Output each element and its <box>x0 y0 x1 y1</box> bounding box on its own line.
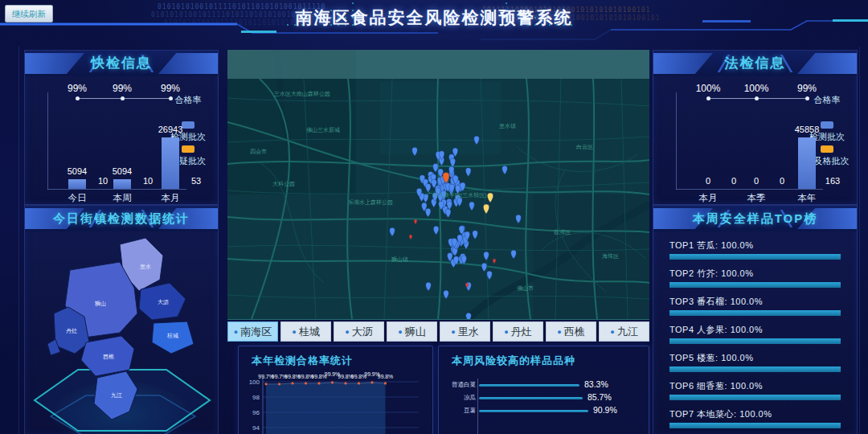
quick-panel-title: 快检信息 <box>25 51 218 76</box>
batch-value: 5094 <box>55 166 99 176</box>
tab-丹灶[interactable]: ●丹灶 <box>493 321 543 342</box>
region-label: 里水 <box>140 264 151 269</box>
law-inspection-panel: 法检信息 合格率 检测批次 不及格批次 100%00本月100%00本季99%4… <box>653 50 858 205</box>
svg-text:96: 96 <box>252 409 260 416</box>
nanhai-district-map: 里水狮山大沥桂城丹灶西樵九江 <box>43 238 200 428</box>
region-label: 西樵 <box>103 354 114 360</box>
map-place-label: 大科公园 <box>272 180 295 188</box>
top-item: TOP5 楼葱: 100.0% <box>669 352 841 372</box>
tab-label: 桂城 <box>299 325 320 339</box>
top-item-label: TOP2 竹芥: 100.0% <box>669 268 841 280</box>
tab-南海区[interactable]: ●南海区 <box>227 321 278 342</box>
page-title: 南海区食品安全风险检测预警系统 <box>296 6 573 29</box>
tab-桂城[interactable]: ●桂城 <box>280 321 331 342</box>
continue-refresh-button[interactable]: 继续刷新 <box>5 5 53 23</box>
tab-dot-icon: ● <box>345 328 349 336</box>
suspect-value: 53 <box>182 176 211 186</box>
category-label: 本季 <box>735 192 778 204</box>
panel-header: 今日街镇检测数据统计 <box>25 206 218 231</box>
batch-bar <box>162 137 179 189</box>
tab-dot-icon: ● <box>557 328 561 336</box>
top-item-label: TOP1 苦瓜: 100.0% <box>669 240 841 252</box>
top-item-bar <box>669 338 841 344</box>
map-place-label: 四会市 <box>250 148 267 156</box>
town-map-body: 里水狮山大沥桂城丹灶西樵九江 <box>25 231 218 434</box>
tab-dot-icon: ● <box>234 328 238 336</box>
tab-西樵[interactable]: ●西樵 <box>546 321 596 342</box>
quick-chart-body: 合格率 检测批次 可疑批次 99%509410今日99%509410本周99%2… <box>25 76 218 204</box>
area-fill <box>266 383 386 434</box>
tab-dot-icon: ● <box>451 328 455 336</box>
map-place-label: 佛山市 <box>517 285 534 293</box>
batch-bar <box>68 179 86 189</box>
rate-point <box>76 96 80 100</box>
map-place-label: 乐湖水上森林公园 <box>348 199 393 207</box>
law-panel-title: 法检信息 <box>653 51 857 76</box>
svg-text:94: 94 <box>252 424 260 432</box>
value-labels: 99.7%99.7%99.8%99.8%99.8%99.9%99.8%99.8%… <box>258 371 393 380</box>
tab-label: 狮山 <box>405 325 426 339</box>
batch-value: 26943 <box>149 125 192 134</box>
quick-inspection-panel: 快检信息 合格率 检测批次 可疑批次 99%509410今日99%509410本… <box>24 50 219 205</box>
category-label: 本月 <box>686 192 730 204</box>
tab-九江[interactable]: ●九江 <box>599 321 649 342</box>
x-axis <box>676 189 823 190</box>
risk-samples-box: 本周风险较高的样品品种 普通白菜83.3%凉瓜85.7%豆薯90.9% <box>438 346 649 434</box>
rate-point <box>805 96 809 100</box>
risk-axis <box>477 379 478 434</box>
tab-dot-icon: ● <box>504 328 508 336</box>
top-item-label: TOP7 本地菜心: 100.0% <box>669 408 841 420</box>
tab-dot-icon: ● <box>398 328 402 336</box>
year-chart-title: 本年检测合格率统计 <box>252 354 353 368</box>
map-place-label: 里水镇 <box>499 122 516 130</box>
tab-大沥[interactable]: ●大沥 <box>334 321 384 342</box>
region-label: 桂城 <box>166 333 178 338</box>
rate-point <box>121 96 125 100</box>
center-map[interactable]: 三水区大南山森林公园四会市佛山三水新城大科公园乐湖水上森林公园广州工商学院(三水… <box>227 50 649 320</box>
tab-label: 九江 <box>617 325 638 339</box>
y-axis <box>676 92 677 190</box>
rate-value: 100% <box>739 83 774 94</box>
category-label: 本年 <box>785 192 829 204</box>
rate-value: 99% <box>153 83 188 94</box>
top-item-bar <box>669 366 841 372</box>
rate-value: 100% <box>690 83 726 94</box>
top-item: TOP1 苦瓜: 100.0% <box>669 240 841 260</box>
risk-item-value: 83.3% <box>584 379 608 389</box>
map-place-label: 海珠区 <box>602 252 619 260</box>
top-item-bar <box>669 310 841 316</box>
region-label: 狮山 <box>95 301 106 307</box>
top-item: TOP4 人参果: 100.0% <box>669 324 841 344</box>
tab-dot-icon: ● <box>292 328 296 336</box>
region-label: 九江 <box>111 392 122 399</box>
top-list: TOP1 苦瓜: 100.0%TOP2 竹芥: 100.0%TOP3 番石榴: … <box>669 240 841 434</box>
tab-狮山[interactable]: ●狮山 <box>387 321 437 342</box>
legend-fail-swatch <box>821 145 833 153</box>
risk-item-bar <box>479 410 588 412</box>
risk-item-name: 豆薯 <box>450 407 476 415</box>
district-tabs: ●南海区●桂城●大沥●狮山●里水●丹灶●西樵●九江 <box>227 321 649 342</box>
region-label: 丹灶 <box>66 328 77 334</box>
map-place-label: 广州工商学院(三水校区) <box>427 191 487 199</box>
tab-里水[interactable]: ●里水 <box>440 321 490 342</box>
dashboard: 010101010010111101011010101001011110 010… <box>0 0 868 434</box>
edge-decor-line <box>18 47 19 434</box>
rate-point <box>706 96 710 100</box>
risk-item-name: 凉瓜 <box>450 394 476 402</box>
rate-point <box>169 96 173 100</box>
map-place-label: 佛山三水新城 <box>306 126 340 134</box>
top-item: TOP3 番石榴: 100.0% <box>669 296 841 316</box>
panel-header: 快检信息 <box>25 51 218 76</box>
top-item-label: TOP5 楼葱: 100.0% <box>669 352 841 364</box>
suspect-value: 163 <box>818 176 847 186</box>
top-samples-panel: 本周安全样品TOP榜 TOP1 苦瓜: 100.0%TOP2 竹芥: 100.0… <box>653 205 858 434</box>
map-place-label: 三水区大南山森林公园 <box>274 90 330 98</box>
top-item: TOP2 竹芥: 100.0% <box>669 268 841 288</box>
edge-decor-line <box>859 47 860 434</box>
tab-label: 西樵 <box>564 325 585 339</box>
risk-item-bar <box>479 384 579 387</box>
tab-label: 南海区 <box>240 325 272 339</box>
category-label: 今日 <box>55 192 99 204</box>
risk-item-value: 90.9% <box>593 405 617 415</box>
risk-item-bar <box>479 397 583 399</box>
